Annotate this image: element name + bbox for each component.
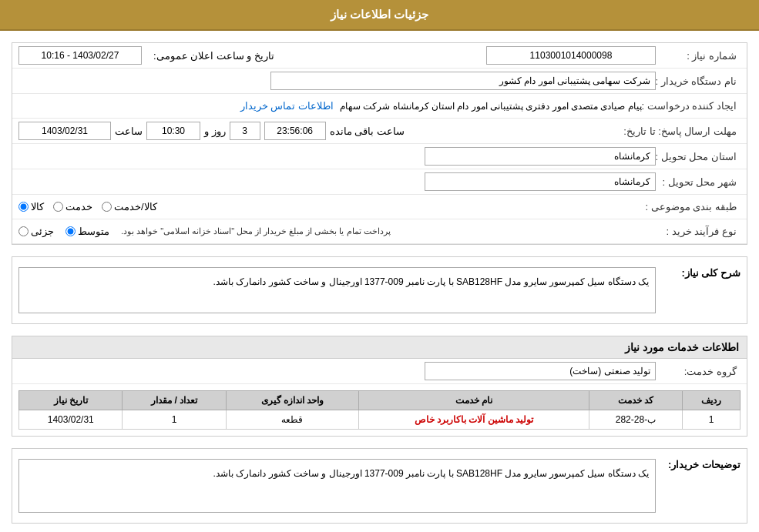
buyer-description-row: توضیحات خریدار: یک دستگاه سیل کمپرسور سا…: [12, 449, 747, 523]
deadline-countdown-input[interactable]: [264, 122, 326, 140]
service-group-input[interactable]: [425, 362, 656, 380]
cell-quantity: 1: [123, 410, 226, 430]
table-header-row: ردیف کد خدمت نام خدمت واحد اندازه گیری ت…: [19, 391, 741, 410]
announce-value-input[interactable]: [18, 46, 142, 65]
deadline-label: مهلت ارسال پاسخ: تا تاریخ:: [623, 125, 741, 137]
category-row: طبقه بندی موضوعی : کالا/خدمت خدمت کالا: [12, 195, 747, 219]
cell-row-num: 1: [682, 410, 740, 430]
table-row: 1 ب-28-282 تولید ماشین آلات باکاربرد خاص…: [19, 410, 741, 430]
cell-date: 1403/02/31: [19, 410, 123, 430]
province-label: استان محل تحویل :: [656, 151, 741, 162]
process-label-2: متوسط: [78, 226, 109, 237]
province-input[interactable]: [425, 147, 656, 166]
category-option-1[interactable]: کالا: [18, 201, 44, 212]
buyer-org-row: نام دستگاه خریدار :: [12, 69, 747, 94]
page-header: جزئیات اطلاعات نیاز: [0, 0, 759, 31]
city-label: شهر محل تحویل :: [656, 176, 741, 188]
time-label: ساعت: [115, 125, 143, 137]
services-table-wrapper: ردیف کد خدمت نام خدمت واحد اندازه گیری ت…: [12, 384, 747, 436]
requester-label: ایجاد کننده درخواست :: [642, 100, 741, 112]
cell-code: ب-28-282: [589, 410, 682, 430]
description-text: یک دستگاه سیل کمپرسور سایرو مدل SAB128HF…: [18, 267, 656, 313]
category-label-1: کالا: [31, 201, 44, 212]
col-quantity: تعداد / مقدار: [123, 391, 226, 410]
description-value-cell: یک دستگاه سیل کمپرسور سایرو مدل SAB128HF…: [18, 263, 663, 317]
col-name: نام خدمت: [358, 391, 589, 410]
province-row: استان محل تحویل :: [12, 144, 747, 169]
buyer-description-section: توضیحات خریدار: یک دستگاه سیل کمپرسور سا…: [12, 448, 747, 524]
table-header: ردیف کد خدمت نام خدمت واحد اندازه گیری ت…: [19, 391, 741, 410]
col-code: کد خدمت: [589, 391, 682, 410]
category-radio-group: کالا/خدمت خدمت کالا: [18, 201, 646, 212]
buyer-org-input[interactable]: [270, 72, 656, 90]
table-body: 1 ب-28-282 تولید ماشین آلات باکاربرد خاص…: [19, 410, 741, 430]
process-label-1: جزئی: [31, 226, 54, 237]
page-wrapper: جزئیات اطلاعات نیاز شماره نیاز : تاریخ و…: [0, 0, 759, 532]
buyer-description-text: یک دستگاه سیل کمپرسور سایرو مدل SAB128HF…: [18, 459, 656, 513]
city-input[interactable]: [425, 172, 656, 191]
category-label: طبقه بندی موضوعی :: [646, 201, 741, 212]
category-label-2: خدمت: [65, 201, 92, 212]
category-radio-2[interactable]: [53, 202, 63, 212]
services-table: ردیف کد خدمت نام خدمت واحد اندازه گیری ت…: [18, 390, 741, 430]
requester-value-cell: پیام صیادی متصدی امور دفتری پشتیبانی امو…: [18, 100, 642, 112]
service-group-row: گروه خدمت:: [12, 359, 747, 384]
process-row: نوع فرآیند خرید : متوسط جزئی: [12, 219, 747, 244]
col-unit: واحد اندازه گیری: [226, 391, 358, 410]
days-label: روز و: [204, 125, 226, 137]
description-section: شرح کلی نیاز: یک دستگاه سیل کمپرسور سایر…: [12, 256, 747, 324]
page-title: جزئیات اطلاعات نیاز: [331, 8, 428, 21]
services-title: اطلاعات خدمات مورد نیاز: [12, 336, 747, 359]
deadline-date-input[interactable]: [18, 122, 111, 140]
process-value-cell: متوسط جزئی پرداخت تمام یا بخشی از مبلغ خ…: [18, 226, 656, 237]
requester-row: ایجاد کننده درخواست : پیام صیادی متصدی ا…: [12, 94, 747, 119]
category-label-3: کالا/خدمت: [114, 201, 157, 212]
deadline-value-cell: ساعت روز و ساعت باقی مانده: [18, 122, 623, 140]
category-value-cell: کالا/خدمت خدمت کالا: [18, 201, 646, 212]
process-label: نوع فرآیند خرید :: [656, 226, 741, 237]
category-option-3[interactable]: کالا/خدمت: [102, 201, 157, 212]
request-number-row: شماره نیاز : تاریخ و ساعت اعلان عمومی:: [12, 43, 747, 69]
col-date: تاریخ نیاز: [19, 391, 123, 410]
process-radio-group: متوسط جزئی: [18, 226, 109, 237]
process-radio-2[interactable]: [65, 226, 76, 236]
buyer-org-value-cell: [18, 72, 656, 90]
buyer-description-label: توضیحات خریدار:: [663, 455, 741, 470]
deadline-row: مهلت ارسال پاسخ: تا تاریخ: ساعت روز و سا…: [12, 119, 747, 144]
remaining-label: ساعت باقی مانده: [330, 125, 405, 137]
announce-label: تاریخ و ساعت اعلان عمومی:: [153, 50, 274, 62]
services-section: اطلاعات خدمات مورد نیاز گروه خدمت: ردیف …: [12, 336, 747, 437]
city-value-cell: [18, 172, 656, 191]
description-row: شرح کلی نیاز: یک دستگاه سیل کمپرسور سایر…: [12, 257, 747, 323]
category-option-2[interactable]: خدمت: [53, 201, 92, 212]
main-content: شماره نیاز : تاریخ و ساعت اعلان عمومی: ن…: [0, 31, 759, 532]
request-number-input[interactable]: [486, 46, 656, 65]
buyer-org-label: نام دستگاه خریدار :: [656, 75, 741, 87]
category-radio-3[interactable]: [102, 202, 112, 212]
process-note: پرداخت تمام یا بخشی از مبلغ خریدار از مح…: [121, 226, 391, 236]
requester-value: پیام صیادی متصدی امور دفتری پشتیبانی امو…: [340, 101, 642, 112]
deadline-days-input[interactable]: [230, 122, 260, 140]
process-container: متوسط جزئی پرداخت تمام یا بخشی از مبلغ خ…: [18, 226, 656, 237]
process-option-2[interactable]: متوسط: [65, 226, 109, 237]
process-radio-1[interactable]: [18, 226, 29, 236]
description-label: شرح کلی نیاز:: [663, 263, 741, 279]
service-group-value-cell: [18, 362, 656, 380]
cell-unit: قطعه: [226, 410, 358, 430]
col-row-num: ردیف: [682, 391, 740, 410]
basic-info-section: شماره نیاز : تاریخ و ساعت اعلان عمومی: ن…: [12, 42, 747, 245]
request-number-value-cell: [286, 46, 656, 65]
service-group-label: گروه خدمت:: [656, 366, 741, 377]
category-radio-1[interactable]: [18, 202, 29, 212]
cell-name: تولید ماشین آلات باکاربرد خاص: [358, 410, 589, 430]
process-option-1[interactable]: جزئی: [18, 226, 54, 237]
deadline-time-input[interactable]: [146, 122, 200, 140]
buyer-description-value-cell: یک دستگاه سیل کمپرسور سایرو مدل SAB128HF…: [18, 455, 663, 517]
request-number-label: شماره نیاز :: [656, 50, 741, 62]
city-row: شهر محل تحویل :: [12, 169, 747, 195]
requester-link[interactable]: اطلاعات تماس خریدار: [240, 100, 334, 112]
province-value-cell: [18, 147, 656, 166]
countdown-row: ساعت روز و ساعت باقی مانده: [18, 122, 623, 140]
